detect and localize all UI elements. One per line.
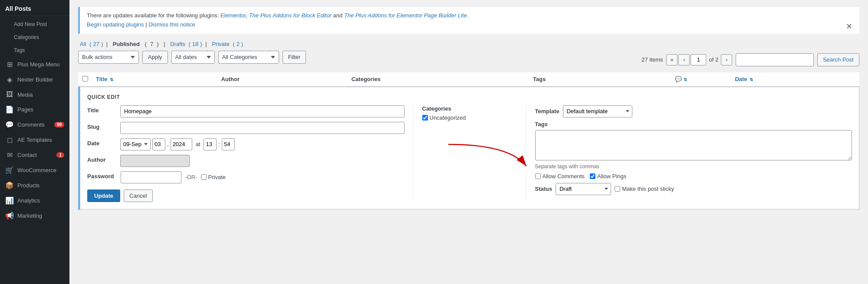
slug-input[interactable] — [120, 122, 404, 134]
products-icon: 📦 — [5, 181, 14, 189]
uncategorized-label: Uncategorized — [430, 114, 466, 121]
sidebar-item-analytics[interactable]: 📊 Analytics — [0, 193, 69, 208]
update-notice: There are updates available for the foll… — [78, 7, 859, 34]
prev-page-button[interactable]: ‹ — [678, 54, 690, 65]
title-input[interactable] — [120, 105, 404, 118]
allow-pings-label[interactable]: Allow Pings — [590, 173, 626, 180]
next-page-button[interactable]: › — [721, 54, 732, 65]
cancel-button[interactable]: Cancel — [124, 189, 152, 202]
filter-published-link[interactable]: Published — [111, 41, 141, 47]
notice-link-plus-addons[interactable]: The Plus Addons for Block Editor — [249, 12, 332, 19]
all-categories-select[interactable]: All Categories — [218, 51, 279, 64]
woocommerce-label: WooCommerce — [17, 167, 56, 173]
month-select[interactable]: 09-Sep — [120, 138, 151, 150]
notice-dismiss-link[interactable]: Dismiss this notice — [148, 21, 195, 28]
analytics-label: Analytics — [17, 197, 40, 204]
uncategorized-checkbox[interactable] — [422, 115, 428, 121]
products-label: Products — [17, 182, 39, 189]
sidebar-item-contact[interactable]: ✉ Contact 1 — [0, 147, 69, 163]
notice-close-button[interactable]: ✕ — [846, 20, 852, 33]
categories-column-header: Categories — [347, 72, 529, 87]
or-text: -OR- — [185, 174, 197, 180]
date-column-header[interactable]: Date ⇅ — [730, 72, 859, 87]
notice-link-elementor-lite[interactable]: The Plus Addons for Elementor Page Build… — [344, 12, 467, 19]
sidebar-item-ae-templates[interactable]: ◻ AE Templates — [0, 132, 69, 147]
plus-mega-menu-icon: ⊞ — [5, 60, 14, 69]
minute-input[interactable] — [222, 138, 235, 150]
quick-edit-left-col: Title Slug — [87, 105, 414, 202]
title-column-header[interactable]: Title ⇅ — [92, 72, 217, 87]
day-input[interactable] — [152, 138, 165, 150]
contact-icon: ✉ — [5, 151, 14, 159]
search-post-button[interactable]: Search Post — [817, 53, 859, 66]
filter-private-link[interactable]: Private (2) — [210, 41, 243, 47]
sidebar-item-media[interactable]: 🖼 Media — [0, 87, 69, 102]
main-content: There are updates available for the foll… — [69, 0, 868, 284]
sidebar-item-tags[interactable]: Tags — [0, 44, 69, 57]
sidebar-item-categories[interactable]: Categories — [0, 31, 69, 44]
apply-button[interactable]: Apply — [142, 51, 168, 64]
sticky-label[interactable]: Make this post sticky — [615, 186, 674, 192]
template-row: Template Default template Full Width Bla… — [535, 105, 852, 118]
comment-bubble-icon: 💬 — [675, 76, 682, 82]
all-dates-select[interactable]: All dates — [171, 51, 215, 64]
quick-edit-title: QUICK EDIT — [87, 94, 852, 100]
allow-pings-checkbox[interactable] — [590, 173, 595, 179]
allow-comments-checkbox[interactable] — [535, 173, 541, 179]
sidebar-item-products[interactable]: 📦 Products — [0, 178, 69, 193]
author-label: Author — [87, 155, 113, 163]
year-input[interactable] — [171, 138, 192, 150]
first-page-button[interactable]: « — [666, 54, 677, 65]
page-number-input[interactable] — [690, 54, 706, 65]
sidebar-item-plus-mega-menu[interactable]: ⊞ Plus Mega Menu — [0, 57, 69, 72]
filter-button[interactable]: Filter — [283, 51, 306, 64]
comments-column-header[interactable]: 💬 ⇅ — [631, 72, 730, 87]
private-checkbox[interactable] — [201, 174, 207, 180]
sidebar-item-marketing[interactable]: 📢 Marketing — [0, 208, 69, 223]
toolbar-right: 27 items « ‹ of 2 › Search Post — [641, 53, 859, 66]
select-all-checkbox[interactable] — [82, 76, 88, 82]
date-group: 09-Sep , at : — [120, 138, 235, 150]
quick-edit-actions: Update Cancel — [87, 189, 404, 202]
allow-comments-label[interactable]: Allow Comments — [535, 173, 585, 180]
update-button[interactable]: Update — [87, 189, 120, 202]
sidebar-item-pages[interactable]: 📄 Pages — [0, 102, 69, 117]
notice-link-elementor[interactable]: Elementor — [220, 12, 246, 19]
slug-row: Slug — [87, 122, 404, 134]
template-select[interactable]: Default template Full Width Blank — [563, 105, 632, 118]
tags-label: Tags — [14, 47, 25, 53]
contact-badge: 1 — [56, 152, 64, 158]
password-input[interactable] — [121, 171, 181, 183]
comments-icon: 💬 — [5, 121, 14, 129]
tags-textarea[interactable] — [535, 130, 852, 160]
filter-all-link[interactable]: All (27) — [78, 41, 103, 47]
author-select[interactable] — [120, 155, 190, 167]
author-column-header: Author — [217, 72, 347, 87]
categories-label: Categories — [14, 34, 39, 40]
hour-input[interactable] — [204, 138, 217, 150]
pages-icon: 📄 — [5, 105, 14, 114]
ae-templates-icon: ◻ — [5, 136, 14, 144]
sidebar-item-add-new-post[interactable]: Add New Post — [0, 18, 69, 31]
status-select[interactable]: Draft Published Pending Review Private — [556, 183, 611, 195]
filter-drafts-link[interactable]: Drafts (18) — [168, 41, 202, 47]
notice-begin-update-link[interactable]: Begin updating plugins — [87, 21, 144, 28]
allow-row: Allow Comments Allow Pings — [535, 173, 852, 180]
sidebar-item-comments[interactable]: 💬 Comments 99 — [0, 117, 69, 132]
bulk-actions-select[interactable]: Bulk actions — [78, 51, 139, 64]
uncategorized-option: Uncategorized — [422, 114, 517, 121]
search-post-input[interactable] — [736, 53, 814, 66]
tags-column-header: Tags — [529, 72, 631, 87]
filter-links: All (27) | Published (7) | Drafts (18) |… — [78, 41, 859, 47]
sidebar-item-nexter-builder[interactable]: ◈ Nexter Builder — [0, 72, 69, 87]
private-label[interactable]: Private — [201, 174, 226, 180]
woocommerce-icon: 🛒 — [5, 166, 14, 174]
marketing-label: Marketing — [17, 212, 42, 219]
analytics-icon: 📊 — [5, 196, 14, 205]
quick-edit-panel: QUICK EDIT Title — [80, 87, 859, 209]
quick-edit-row: QUICK EDIT Title — [79, 86, 859, 209]
quick-edit-right-col: Template Default template Full Width Bla… — [526, 105, 852, 202]
nexter-builder-icon: ◈ — [5, 75, 14, 84]
sticky-checkbox[interactable] — [615, 186, 620, 192]
sidebar-item-woocommerce[interactable]: 🛒 WooCommerce — [0, 163, 69, 178]
